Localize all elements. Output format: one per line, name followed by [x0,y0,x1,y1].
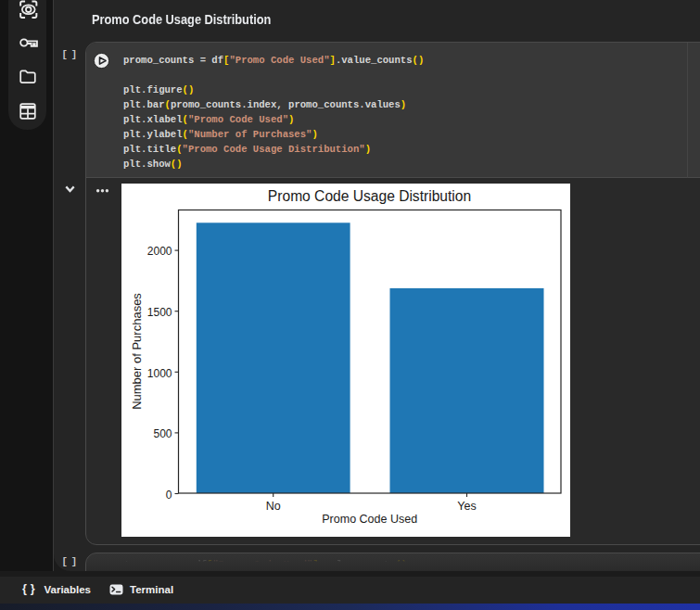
svg-text:500: 500 [153,427,172,440]
svg-text:Promo Code Used: Promo Code Used [322,513,417,526]
svg-text:No: No [266,500,281,513]
svg-text:0: 0 [166,489,172,502]
svg-text:1000: 1000 [147,367,172,380]
svg-text:2000: 2000 [147,245,172,258]
svg-text:Number of Purchases: Number of Purchases [130,293,144,410]
svg-text:Promo Code Usage Distribution: Promo Code Usage Distribution [268,188,471,204]
svg-text:Yes: Yes [457,500,476,513]
svg-text:1500: 1500 [147,306,172,319]
